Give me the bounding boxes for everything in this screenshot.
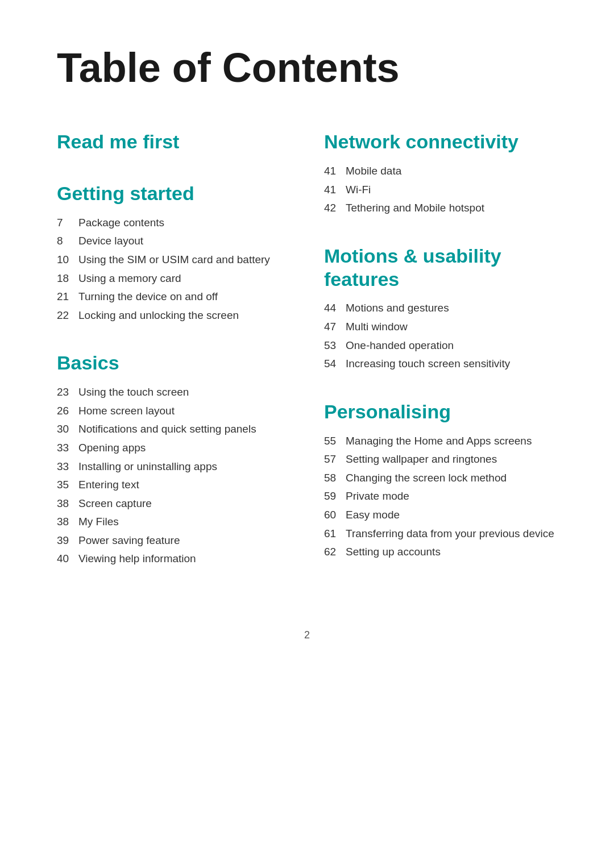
list-item: 18 Using a memory card [57,271,290,286]
list-item: 38 My Files [57,514,290,530]
right-column: Network connectivity 41 Mobile data 41 W… [324,130,557,595]
list-item: 57 Setting wallpaper and ringtones [324,452,557,467]
page-number: 7 [57,215,78,231]
section-title-network-connectivity: Network connectivity [324,130,557,153]
list-item: 33 Opening apps [57,441,290,456]
page-number: 54 [324,356,346,372]
list-item: 23 Using the touch screen [57,385,290,400]
entry-text: My Files [78,514,119,530]
list-item: 10 Using the SIM or USIM card and batter… [57,252,290,268]
list-item: 55 Managing the Home and Apps screens [324,434,557,449]
list-item: 38 Screen capture [57,496,290,512]
entry-text: Turning the device on and off [78,289,218,305]
entry-text: Multi window [346,319,408,335]
entry-text: Using a memory card [78,271,181,286]
page-number: 40 [57,551,78,567]
page-number: 23 [57,385,78,400]
entry-text: Tethering and Mobile hotspot [346,201,484,216]
section-read-me-first: Read me first [57,130,290,153]
list-item: 22 Locking and unlocking the screen [57,308,290,323]
page-number: 33 [57,459,78,475]
section-basics: Basics 23 Using the touch screen 26 Home… [57,351,290,567]
entry-text: Viewing help information [78,551,196,567]
list-item: 44 Motions and gestures [324,301,557,316]
page-number: 35 [57,477,78,493]
entry-text: Motions and gestures [346,301,449,316]
entry-text: Using the SIM or USIM card and battery [78,252,270,268]
list-item: 26 Home screen layout [57,404,290,419]
entry-text: Device layout [78,234,143,249]
list-item: 62 Setting up accounts [324,545,557,560]
entry-text: Managing the Home and Apps screens [346,434,532,449]
section-title-basics: Basics [57,351,290,375]
page-number: 22 [57,308,78,323]
entry-text: Locking and unlocking the screen [78,308,239,323]
page-title: Table of Contents [57,45,557,90]
entry-text: Using the touch screen [78,385,189,400]
page-number: 41 [324,164,346,179]
page-number: 39 [57,533,78,549]
entry-text: Setting up accounts [346,545,441,560]
list-item: 33 Installing or uninstalling apps [57,459,290,475]
page-number: 61 [324,526,346,542]
page-number: 41 [324,182,346,198]
entry-text: Increasing touch screen sensitivity [346,356,510,372]
page-number: 53 [324,338,346,354]
list-item: 41 Wi-Fi [324,182,557,198]
section-title-motions-usability: Motions & usability features [324,244,557,291]
page-number: 44 [324,301,346,316]
getting-started-list: 7 Package contents 8 Device layout 10 Us… [57,215,290,323]
list-item: 30 Notifications and quick setting panel… [57,422,290,437]
entry-text: Power saving feature [78,533,180,549]
list-item: 61 Transferring data from your previous … [324,526,557,542]
entry-text: Home screen layout [78,404,175,419]
basics-list: 23 Using the touch screen 26 Home screen… [57,385,290,567]
list-item: 21 Turning the device on and off [57,289,290,305]
page-number: 57 [324,452,346,467]
entry-text: Private mode [346,489,409,504]
entry-text: One-handed operation [346,338,454,354]
entry-text: Easy mode [346,508,400,523]
page-number: 47 [324,319,346,335]
page-number: 33 [57,441,78,456]
motions-list: 44 Motions and gestures 47 Multi window … [324,301,557,371]
page-number: 38 [57,496,78,512]
entry-text: Wi-Fi [346,182,371,198]
section-network-connectivity: Network connectivity 41 Mobile data 41 W… [324,130,557,216]
page-number: 21 [57,289,78,305]
personalising-list: 55 Managing the Home and Apps screens 57… [324,434,557,560]
list-item: 7 Package contents [57,215,290,231]
section-title-personalising: Personalising [324,400,557,423]
entry-text: Entering text [78,477,139,493]
list-item: 53 One-handed operation [324,338,557,354]
page-number: 62 [324,545,346,560]
list-item: 60 Easy mode [324,508,557,523]
page-footer: 2 [57,629,557,641]
page-number: 58 [324,471,346,486]
entry-text: Mobile data [346,164,401,179]
entry-text: Screen capture [78,496,152,512]
list-item: 40 Viewing help information [57,551,290,567]
page-number: 59 [324,489,346,504]
entry-text: Setting wallpaper and ringtones [346,452,497,467]
list-item: 54 Increasing touch screen sensitivity [324,356,557,372]
page-number: 30 [57,422,78,437]
entry-text: Opening apps [78,441,146,456]
list-item: 59 Private mode [324,489,557,504]
page-number: 18 [57,271,78,286]
network-list: 41 Mobile data 41 Wi-Fi 42 Tethering and… [324,164,557,216]
list-item: 41 Mobile data [324,164,557,179]
entry-text: Installing or uninstalling apps [78,459,217,475]
page-number: 38 [57,514,78,530]
list-item: 8 Device layout [57,234,290,249]
page-number: 60 [324,508,346,523]
list-item: 39 Power saving feature [57,533,290,549]
list-item: 35 Entering text [57,477,290,493]
footer-page-number: 2 [304,629,310,641]
section-motions-usability: Motions & usability features 44 Motions … [324,244,557,372]
list-item: 42 Tethering and Mobile hotspot [324,201,557,216]
entry-text: Changing the screen lock method [346,471,507,486]
page-number: 42 [324,201,346,216]
entry-text: Package contents [78,215,164,231]
entry-text: Transferring data from your previous dev… [346,526,554,542]
